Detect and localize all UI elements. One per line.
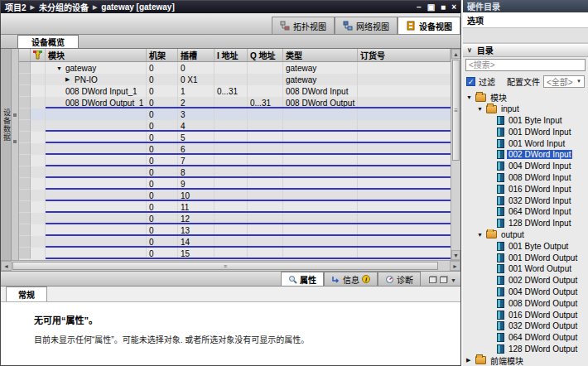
table-row[interactable]: 0 14 bbox=[19, 236, 451, 248]
table-row[interactable]: 0 11 bbox=[19, 201, 451, 213]
row-selector-cell[interactable] bbox=[19, 120, 31, 132]
catalog-tree-item[interactable]: 128 DWord Output bbox=[463, 344, 588, 355]
row-selector-cell[interactable] bbox=[19, 178, 31, 190]
tab-device-view[interactable]: 设备视图 bbox=[398, 17, 460, 34]
catalog-tree-item[interactable]: ▼ 模块 bbox=[463, 92, 588, 104]
tree-expander-icon[interactable]: ▼ bbox=[477, 106, 484, 112]
table-row[interactable]: 0 3 bbox=[19, 108, 451, 120]
catalog-section-header[interactable]: ∨ 目录 bbox=[463, 43, 588, 57]
row-selector-cell[interactable] bbox=[19, 155, 31, 166]
catalog-options[interactable]: 选项 bbox=[463, 12, 588, 28]
row-selector-cell[interactable] bbox=[19, 132, 31, 143]
collapse-pane-icon[interactable] bbox=[440, 277, 447, 283]
catalog-tree-item[interactable]: 008 DWord Input bbox=[463, 172, 588, 184]
maximize-button[interactable]: ■ bbox=[441, 2, 446, 12]
catalog-tree-item[interactable]: 001 DWord Output bbox=[463, 252, 588, 263]
table-row[interactable]: 0 5 bbox=[19, 132, 451, 143]
catalog-tree-item[interactable]: ▼ output bbox=[463, 229, 588, 241]
scroll-left-icon[interactable]: ◄ bbox=[1, 261, 12, 271]
chevron-down-icon[interactable]: ▼ bbox=[451, 277, 456, 283]
tab-device-overview[interactable]: 设备概览 bbox=[17, 35, 79, 48]
row-selector-cell[interactable] bbox=[19, 74, 31, 85]
module-cell[interactable] bbox=[46, 190, 147, 201]
catalog-tree-item[interactable]: 002 DWord Input bbox=[463, 149, 588, 161]
module-cell[interactable] bbox=[46, 224, 147, 236]
row-selector-cell[interactable] bbox=[19, 62, 31, 74]
col-header-qaddr[interactable]: Q 地址 bbox=[248, 49, 283, 61]
expander-icon[interactable]: ▶ bbox=[65, 76, 73, 83]
catalog-tree-item[interactable]: 032 DWord Output bbox=[463, 320, 588, 332]
col-header-iaddr[interactable]: I 地址 bbox=[214, 49, 248, 61]
expander-icon[interactable]: ▼ bbox=[56, 65, 64, 71]
module-cell[interactable]: ▶PN-IO bbox=[46, 74, 147, 85]
col-header-type[interactable]: 类型 bbox=[283, 49, 358, 61]
module-cell[interactable] bbox=[46, 108, 147, 120]
table-row[interactable]: ▼gateway 0 0 gateway bbox=[19, 62, 451, 74]
module-cell[interactable] bbox=[46, 213, 147, 224]
module-cell[interactable] bbox=[46, 201, 147, 213]
row-selector-cell[interactable] bbox=[19, 236, 31, 248]
table-row[interactable]: 0 12 bbox=[19, 213, 451, 224]
table-row[interactable]: 0 8 bbox=[19, 166, 451, 178]
row-selector-cell[interactable] bbox=[19, 201, 31, 213]
scroll-right-icon[interactable]: ► bbox=[450, 261, 460, 271]
table-row[interactable]: 008 DWord Input_1 0 1 0...31 008 DWord I… bbox=[19, 85, 451, 97]
module-cell[interactable] bbox=[46, 132, 147, 143]
module-cell[interactable] bbox=[46, 120, 147, 132]
filter-header-cell[interactable] bbox=[31, 49, 46, 61]
catalog-tree-item[interactable]: 002 DWord Output bbox=[463, 275, 588, 287]
table-row[interactable]: 0 10 bbox=[19, 190, 451, 201]
module-cell[interactable] bbox=[46, 143, 147, 155]
module-cell[interactable]: 008 DWord Output_1 bbox=[46, 97, 147, 108]
scroll-down-icon[interactable]: ▼ bbox=[451, 250, 460, 260]
col-header-order[interactable]: 订货号 bbox=[358, 49, 451, 61]
collapse-section-icon[interactable]: ∨ bbox=[467, 46, 472, 54]
catalog-tree-item[interactable]: 032 DWord Input bbox=[463, 195, 588, 206]
catalog-tree-item[interactable]: ▶ 前端模块 bbox=[463, 354, 588, 366]
table-row[interactable]: 0 7 bbox=[19, 155, 451, 166]
tree-expander-icon[interactable]: ▼ bbox=[477, 232, 484, 238]
module-cell[interactable] bbox=[46, 248, 147, 259]
vertical-scroll-thumb[interactable]: ≡ bbox=[452, 60, 460, 161]
horizontal-scrollbar[interactable]: ◄ ≡ ► bbox=[1, 260, 460, 271]
scroll-up-icon[interactable]: ▲ bbox=[451, 49, 460, 59]
row-selector-cell[interactable] bbox=[19, 213, 31, 224]
horizontal-scroll-thumb[interactable]: ≡ bbox=[12, 262, 438, 270]
float-pane-icon[interactable] bbox=[429, 277, 436, 283]
catalog-tree-item[interactable]: 001 Byte Output bbox=[463, 240, 588, 252]
table-row[interactable]: 008 DWord Output_1 0 2 0...31 008 DWord … bbox=[19, 97, 451, 108]
catalog-tree-item[interactable]: 004 DWord Output bbox=[463, 287, 588, 298]
row-selector-cell[interactable] bbox=[19, 190, 31, 201]
tab-info[interactable]: 信息 i bbox=[324, 272, 378, 286]
module-cell[interactable] bbox=[46, 155, 147, 166]
splitter-handle-icon[interactable] bbox=[13, 113, 17, 117]
module-cell[interactable]: ▼gateway bbox=[46, 62, 147, 74]
module-cell[interactable] bbox=[46, 178, 147, 190]
module-cell[interactable] bbox=[46, 166, 147, 178]
catalog-tree-item[interactable]: 016 DWord Output bbox=[463, 309, 588, 320]
catalog-tree-item[interactable]: 001 DWord Input bbox=[463, 126, 588, 137]
tab-diagnostics[interactable]: 诊断 bbox=[378, 272, 421, 286]
row-selector-cell[interactable] bbox=[19, 108, 31, 120]
collapsed-pane-strip[interactable]: 设备数据 bbox=[1, 49, 12, 260]
catalog-tree-item[interactable]: 128 DWord Input bbox=[463, 218, 588, 229]
horizontal-scroll-track[interactable]: ≡ bbox=[12, 261, 450, 271]
pane-splitter[interactable] bbox=[12, 49, 19, 260]
table-row[interactable]: ▶PN-IO 0 0 X1 gateway bbox=[19, 74, 451, 85]
tab-network-view[interactable]: 网络视图 bbox=[335, 17, 398, 34]
vertical-scrollbar[interactable]: ▲ ≡ ▼ bbox=[451, 49, 460, 260]
catalog-tree-item[interactable]: 001 Word Input bbox=[463, 137, 588, 149]
catalog-tree-item[interactable]: 064 DWord Input bbox=[463, 206, 588, 218]
catalog-tree-item[interactable]: 004 DWord Input bbox=[463, 161, 588, 172]
breadcrumb-project[interactable]: 项目2 bbox=[5, 1, 27, 13]
table-row[interactable]: 0 6 bbox=[19, 143, 451, 155]
row-selector-cell[interactable] bbox=[19, 85, 31, 97]
catalog-tree-item[interactable]: 064 DWord Output bbox=[463, 332, 588, 344]
row-selector-cell[interactable] bbox=[19, 97, 31, 108]
filter-checkbox[interactable]: ✓ bbox=[466, 77, 475, 86]
module-cell[interactable] bbox=[46, 236, 147, 248]
catalog-tree-item[interactable]: 008 DWord Output bbox=[463, 297, 588, 309]
row-selector-cell[interactable] bbox=[19, 248, 31, 259]
tab-general[interactable]: 常规 bbox=[6, 287, 47, 301]
tree-expander-icon[interactable]: ▼ bbox=[466, 94, 473, 100]
